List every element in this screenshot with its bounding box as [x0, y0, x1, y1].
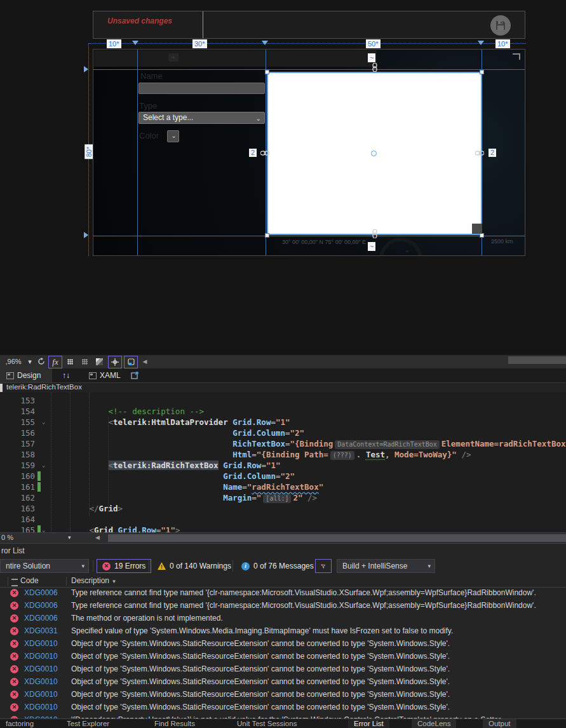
grid-options-icon[interactable]: [79, 356, 90, 367]
bottom-anchor-chip[interactable]: ~: [368, 242, 375, 251]
selection-handle[interactable]: [265, 233, 269, 238]
code-line[interactable]: 156 Grid.Column="2": [0, 428, 566, 438]
code-line[interactable]: 165⌄ <Grid Grid.Row="1">: [0, 525, 566, 532]
error-row[interactable]: ✕XDG0010Object of type 'System.Windows.S…: [0, 676, 566, 689]
scope-dropdown[interactable]: ntire Solution ▾: [0, 559, 89, 573]
error-row[interactable]: ✕XDG0031Specified value of type 'System.…: [0, 625, 566, 638]
refresh-icon[interactable]: [37, 356, 46, 367]
bottom-tab-unit-test-sessions[interactable]: Unit Test Sessions: [231, 719, 302, 728]
error-code[interactable]: XDG0010: [24, 703, 58, 711]
errors-filter-button[interactable]: ✕ 19 Errors: [97, 559, 151, 573]
zoom-caret-icon[interactable]: ▾: [27, 356, 33, 367]
warnings-filter-button[interactable]: ! 0 of 140 Warnings: [152, 559, 236, 573]
margin-right-badge[interactable]: 2: [489, 149, 496, 157]
error-code[interactable]: XDG0006: [24, 588, 58, 597]
snap-to-snaplines-toggle[interactable]: [124, 356, 138, 368]
bottom-tab-factoring[interactable]: factoring: [0, 719, 39, 728]
toolbar-scrollbar-thumb[interactable]: [508, 356, 566, 364]
tab-xaml[interactable]: XAML: [83, 368, 127, 382]
collapse-arrow-icon[interactable]: ◀: [141, 356, 149, 367]
description-column-header[interactable]: Description ▼: [71, 576, 116, 585]
code-line[interactable]: 153: [0, 395, 566, 406]
code-token: ElementName=radRichTextBox: [441, 439, 566, 448]
error-code[interactable]: XDG0010: [24, 690, 58, 699]
column-grip[interactable]: [262, 41, 268, 45]
show-grid-icon[interactable]: [64, 356, 76, 367]
popout-button[interactable]: [125, 368, 145, 382]
error-code[interactable]: XDG0010: [24, 677, 58, 686]
caret-down-icon[interactable]: ▾: [68, 534, 71, 541]
code-line[interactable]: 163 </Grid>: [0, 503, 566, 514]
xaml-code-editor[interactable]: 153154 <!-- description -->155⌄ <telerik…: [0, 393, 566, 532]
chain-link-icon[interactable]: [370, 63, 379, 72]
code-line[interactable]: 154 <!-- description -->: [0, 406, 566, 417]
code-column-header[interactable]: Code: [20, 576, 39, 585]
code-line[interactable]: 155⌄ <telerik:HtmlDataProvider Grid.Row=…: [0, 417, 566, 428]
type-combobox[interactable]: Select a type... ⌄: [138, 112, 265, 124]
editor-hscrollbar-thumb[interactable]: [108, 534, 566, 542]
column-size-chip[interactable]: 10*: [107, 39, 121, 48]
save-icon[interactable]: [490, 15, 511, 36]
error-code[interactable]: XDG0010: [24, 652, 58, 661]
column-size-chip[interactable]: 10*: [495, 39, 510, 48]
filter-button[interactable]: [315, 559, 332, 573]
name-textbox[interactable]: [138, 83, 265, 94]
error-row[interactable]: ✕XDG0010Object of type 'System.Windows.S…: [0, 689, 566, 701]
bottom-tab-codelens[interactable]: CodeLens: [412, 719, 456, 728]
zoom-combo[interactable]: ,96%: [1, 356, 25, 367]
severity-column-icon[interactable]: [11, 579, 18, 586]
error-icon: ✕: [10, 602, 18, 610]
bottom-tab-find-results[interactable]: Find Results: [149, 719, 201, 728]
gradient-tool-icon[interactable]: [93, 356, 105, 367]
color-combobox[interactable]: ⌄: [167, 130, 179, 142]
tab-design[interactable]: Design: [0, 368, 52, 382]
source-dropdown[interactable]: Build + IntelliSense ▾: [337, 559, 435, 573]
chain-link-icon[interactable]: [475, 149, 484, 158]
error-code[interactable]: XDG0006: [24, 614, 58, 623]
error-row[interactable]: ✕XDG0010Object of type 'System.Windows.S…: [0, 650, 566, 663]
error-row[interactable]: ✕XDG0010Object of type 'System.Windows.S…: [0, 663, 566, 676]
margin-left-badge[interactable]: 2: [249, 149, 257, 157]
snap-to-grid-toggle[interactable]: [108, 356, 122, 368]
resize-grip[interactable]: [472, 224, 482, 234]
error-row[interactable]: ✕XDG0010Object of type 'System.Windows.S…: [0, 638, 566, 650]
ide-window: Unsaved changes 10*30*50*10* 80* + Name …: [0, 0, 566, 728]
row-grip[interactable]: [84, 66, 88, 72]
column-size-chip[interactable]: 50*: [366, 39, 381, 48]
scroll-left-arrow-icon[interactable]: ◀: [95, 534, 100, 541]
error-code[interactable]: XDG0010: [24, 639, 58, 648]
design-canvas[interactable]: + Name Type Select a type... ⌄ Color ⌄ ~…: [93, 49, 525, 256]
code-line[interactable]: 159⌄ <telerik:RadRichTextBox Grid.Row="1…: [0, 460, 566, 471]
selection-handle[interactable]: [480, 70, 484, 74]
error-code[interactable]: XDG0010: [24, 664, 58, 673]
code-line[interactable]: 160 Grid.Column="2": [0, 471, 566, 482]
bottom-tab-error-list[interactable]: Error List: [348, 719, 389, 728]
code-line[interactable]: 158 Html="{Binding Path=(???). Test, Mod…: [0, 449, 566, 460]
code-line[interactable]: 162 Margin="[all:]2" />: [0, 492, 566, 503]
column-grip[interactable]: [132, 41, 138, 45]
bottom-tab-test-explorer[interactable]: Test Explorer: [61, 719, 115, 728]
error-row[interactable]: ✕XDG0006The method or operation is not i…: [0, 612, 566, 625]
error-row[interactable]: ✕XDG0006Type reference cannot find type …: [0, 600, 566, 612]
effects-toggle-button[interactable]: fx: [48, 356, 62, 368]
error-row[interactable]: ✕XDG0010Object of type 'System.Windows.S…: [0, 701, 566, 714]
breadcrumb-path[interactable]: telerik:RadRichTextBox: [6, 383, 82, 391]
code-line[interactable]: 164: [0, 514, 566, 525]
bottom-tab-output[interactable]: Output: [483, 719, 516, 728]
error-row[interactable]: ✕XDG0006Type reference cannot find type …: [0, 587, 566, 600]
code-line[interactable]: 161 Name="radRichTextBox": [0, 482, 566, 492]
row-grip[interactable]: [84, 232, 88, 238]
selection-handle[interactable]: [265, 70, 269, 74]
chain-link-icon[interactable]: [260, 149, 269, 158]
error-code[interactable]: XDG0006: [24, 601, 58, 610]
code-line[interactable]: 157 RichTextBox="{BindingDataContext=Rad…: [0, 438, 566, 449]
chain-link-icon[interactable]: [370, 229, 379, 238]
column-size-chip[interactable]: 30*: [192, 39, 207, 48]
editor-zoom-combo[interactable]: 0 %: [1, 534, 13, 541]
messages-filter-button[interactable]: i 0 of 76 Messages: [236, 559, 319, 573]
column-grip[interactable]: [478, 41, 484, 45]
top-anchor-chip[interactable]: ~: [368, 53, 375, 62]
swap-panes-button[interactable]: ↑↓: [56, 368, 76, 382]
error-code[interactable]: XDG0031: [24, 626, 58, 635]
selection-handle[interactable]: [480, 233, 484, 238]
